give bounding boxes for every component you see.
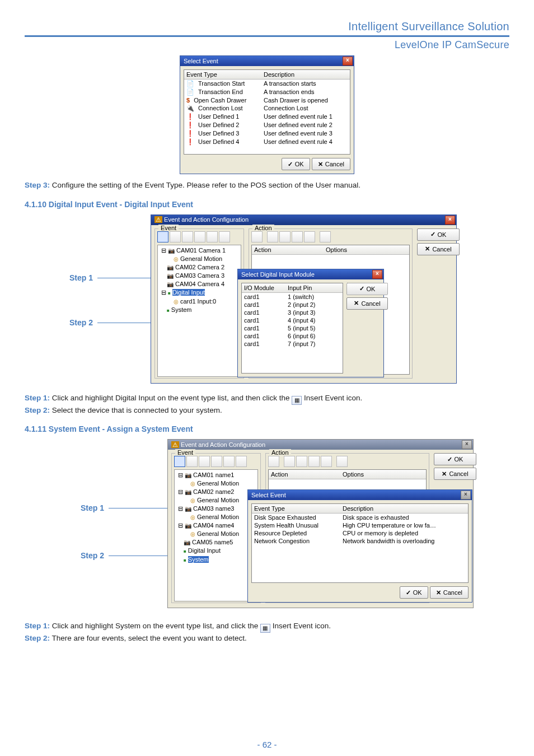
toolbar-icon[interactable] — [284, 456, 295, 467]
close-icon[interactable]: × — [343, 57, 353, 66]
di-list[interactable]: I/O Module Input Pin card11 (switch) car… — [241, 283, 343, 374]
event-type-list[interactable]: Event Type Description 📄 Transaction Sta… — [184, 69, 350, 155]
config-titlebar[interactable]: ⚠ Event and Action Configuration × — [168, 440, 473, 450]
toolbar-icon[interactable] — [236, 456, 247, 467]
toolbar-icon[interactable] — [279, 231, 291, 242]
toolbar-icon[interactable] — [199, 456, 210, 467]
insert-event-icon[interactable] — [157, 231, 168, 242]
tree-node[interactable]: ⊟ CAM01 Camera 1 — [159, 246, 240, 255]
toolbar-icon[interactable] — [321, 456, 332, 467]
list-item[interactable]: card17 (input 7) — [242, 340, 343, 348]
toolbar-icon[interactable] — [219, 231, 230, 242]
toolbar-icon[interactable] — [207, 231, 218, 242]
toolbar-icon[interactable] — [182, 231, 193, 242]
toolbar-icon[interactable] — [296, 456, 307, 467]
list-item[interactable]: $ Open Cash DrawerCash Drawer is opened — [184, 96, 350, 104]
list-item[interactable]: card14 (input 4) — [242, 316, 343, 324]
section4110-steps: Step 1: Click and highlight Digital Inpu… — [25, 393, 509, 416]
event-legend: Event — [158, 225, 179, 231]
tree-node[interactable]: CAM04 Camera 4 — [159, 280, 240, 288]
close-icon[interactable]: × — [462, 440, 472, 449]
select-event-title: Select Event — [184, 58, 218, 64]
event-toolbar — [174, 456, 258, 467]
tree-node[interactable]: ⊟ CAM02 name2 — [176, 488, 256, 496]
figure-digital-input: Step 1 Step 2 ⚠ Event and Action Configu… — [25, 214, 509, 388]
tree-node[interactable]: CAM03 Camera 3 — [159, 272, 240, 280]
list-item[interactable]: card11 (switch) — [242, 293, 343, 301]
list-item[interactable]: ❗ User Defined 1User defined event rule … — [184, 113, 350, 121]
toolbar-icon[interactable] — [170, 231, 181, 242]
list-item[interactable]: Network CongestionNetwork bandwidth is o… — [252, 537, 468, 545]
toolbar-icon[interactable] — [211, 456, 222, 467]
toolbar-icon[interactable] — [320, 231, 331, 242]
event-tree[interactable]: ⊟ CAM01 Camera 1 General Motion CAM02 Ca… — [157, 245, 241, 377]
list-item[interactable]: 📄 Transaction EndA transaction ends — [184, 88, 350, 96]
tree-node-digital-input[interactable]: ⊟ Digital Input — [159, 288, 240, 297]
tree-node[interactable]: General Motion — [176, 479, 256, 488]
tree-node[interactable]: Digital Input — [176, 547, 256, 556]
select-system-event-dialog: Select Event × Event Type Description Di… — [247, 489, 472, 603]
select-event-dialog: Select Event × Event Type Description 📄 … — [180, 55, 354, 174]
toolbar-icon[interactable] — [292, 231, 303, 242]
toolbar-icon[interactable] — [194, 231, 205, 242]
toolbar-icon[interactable] — [267, 231, 278, 242]
list-item[interactable]: ❗ User Defined 3User defined event rule … — [184, 129, 350, 138]
tree-node[interactable]: General Motion — [176, 530, 256, 538]
x-icon — [318, 161, 323, 168]
cancel-button[interactable]: Cancel — [430, 586, 469, 599]
ok-button[interactable]: OK — [434, 453, 476, 465]
ok-button[interactable]: OK — [282, 158, 310, 170]
tree-node[interactable]: CAM05 name5 — [176, 538, 256, 547]
list-item[interactable]: Disk Space ExhaustedDisk space is exhaus… — [252, 514, 468, 521]
list-item[interactable]: ❗ User Defined 4User defined event rule … — [184, 138, 350, 146]
list-item[interactable]: card16 (input 6) — [242, 332, 343, 340]
list-item[interactable]: System Health UnusualHigh CPU temperatur… — [252, 521, 468, 529]
toolbar-icon[interactable] — [304, 231, 315, 242]
event-tree[interactable]: ⊟ CAM01 name1 General Motion ⊟ CAM02 nam… — [174, 469, 258, 601]
list-item[interactable]: ❗ User Defined 2User defined event rule … — [184, 121, 350, 129]
close-icon[interactable]: × — [445, 216, 455, 225]
toolbar-icon[interactable] — [223, 456, 235, 467]
list-item[interactable]: 📄 Transaction StartA transaction starts — [184, 80, 350, 88]
ok-button[interactable]: OK — [400, 586, 428, 599]
tree-node-system[interactable]: System — [176, 556, 256, 564]
list-item[interactable]: Resource DepletedCPU or memory is deplet… — [252, 529, 468, 537]
cancel-button[interactable]: Cancel — [417, 243, 460, 255]
cancel-button[interactable]: Cancel — [312, 158, 350, 170]
ok-button[interactable]: OK — [417, 228, 460, 241]
config-titlebar[interactable]: ⚠ Event and Action Configuration × — [151, 215, 456, 225]
cancel-button[interactable]: Cancel — [346, 297, 388, 310]
header-tagline: Intelligent Surveillance Solution — [25, 20, 509, 33]
cancel-button[interactable]: Cancel — [434, 468, 476, 480]
callout-step1: Step 1 — [81, 503, 104, 512]
close-icon[interactable]: × — [461, 491, 471, 500]
select-event-titlebar[interactable]: Select Event × — [180, 56, 354, 66]
check-icon — [359, 285, 364, 292]
toolbar-icon[interactable] — [308, 456, 320, 467]
list-item[interactable]: card13 (input 3) — [242, 309, 343, 316]
tree-node[interactable]: ⊟ CAM01 name1 — [176, 471, 256, 479]
insert-event-icon[interactable] — [174, 456, 185, 467]
list-item[interactable]: card15 (input 5) — [242, 324, 343, 332]
tree-node[interactable]: General Motion — [176, 513, 256, 521]
tree-node[interactable]: CAM02 Camera 2 — [159, 263, 240, 272]
toolbar-icon[interactable] — [268, 456, 279, 467]
tree-node[interactable]: ⊟ CAM03 name3 — [176, 505, 256, 513]
toolbar-icon[interactable] — [186, 456, 198, 467]
toolbar-icon[interactable] — [251, 231, 263, 242]
ok-button[interactable]: OK — [346, 283, 388, 295]
tree-node[interactable]: card1 Input:0 — [159, 297, 240, 306]
tree-node-system[interactable]: System — [159, 306, 240, 315]
list-item[interactable]: 🔌 Connection LostConnection Lost — [184, 104, 350, 113]
select-sys-titlebar[interactable]: Select Event × — [248, 490, 472, 500]
select-di-titlebar[interactable]: Select Digital Input Module × — [238, 269, 383, 279]
action-toolbar — [268, 456, 427, 467]
close-icon[interactable]: × — [372, 270, 382, 279]
col-input-pin: Input Pin — [285, 283, 314, 292]
tree-node[interactable]: General Motion — [159, 255, 240, 263]
system-event-list[interactable]: Event Type Description Disk Space Exhaus… — [251, 503, 469, 583]
toolbar-icon[interactable] — [336, 456, 348, 467]
tree-node[interactable]: ⊟ CAM04 name4 — [176, 521, 256, 530]
list-item[interactable]: card12 (input 2) — [242, 301, 343, 309]
tree-node[interactable]: General Motion — [176, 496, 256, 505]
